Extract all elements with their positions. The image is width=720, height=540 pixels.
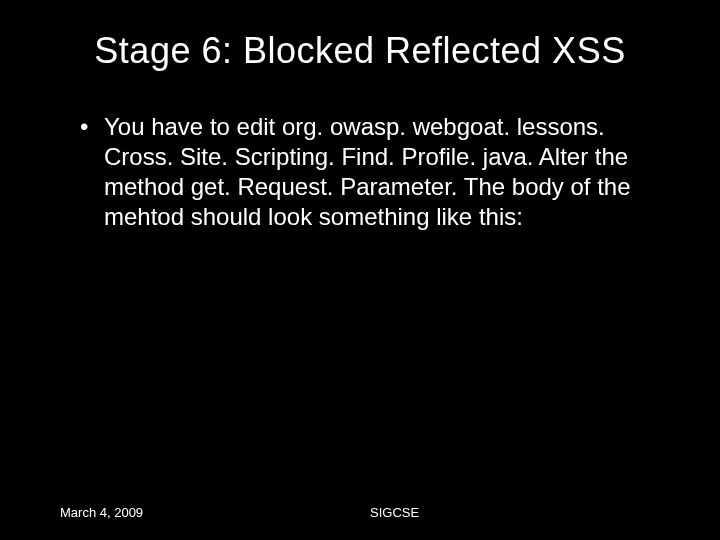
slide-container: Stage 6: Blocked Reflected XSS • You hav… <box>0 0 720 540</box>
slide-footer: March 4, 2009 SIGCSE <box>60 505 660 520</box>
footer-date: March 4, 2009 <box>60 505 300 520</box>
bullet-marker: • <box>80 112 88 142</box>
bullet-item: • You have to edit org. owasp. webgoat. … <box>80 112 660 232</box>
bullet-text: You have to edit org. owasp. webgoat. le… <box>104 113 631 230</box>
slide-body: • You have to edit org. owasp. webgoat. … <box>60 112 660 232</box>
slide-title: Stage 6: Blocked Reflected XSS <box>60 30 660 72</box>
footer-center: SIGCSE <box>300 505 420 520</box>
